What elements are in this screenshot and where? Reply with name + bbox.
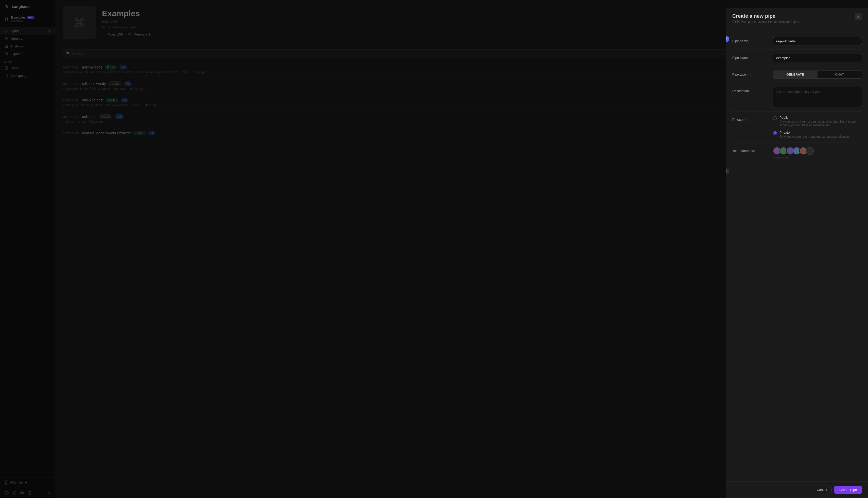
private-radio-button[interactable] <box>773 131 777 135</box>
step-2-indicator: 2 <box>726 36 729 42</box>
privacy-label: Privacy i <box>732 116 773 121</box>
modal-body: 2 Pipe name Pipe owner Pipe type i GENER… <box>726 28 868 481</box>
step-3-area: 3 <box>732 168 862 173</box>
private-radio-label: Private <box>779 131 850 134</box>
privacy-radio-group: Public Anyone on the internet can access… <box>773 116 862 139</box>
privacy-info-icon: i <box>744 118 748 121</box>
public-radio-desc: Anyone on the internet can access this p… <box>779 120 862 127</box>
chat-type-button[interactable]: CHAT <box>817 71 862 78</box>
description-textarea[interactable] <box>773 87 862 107</box>
pipe-owner-label: Pipe owner <box>732 54 773 60</box>
step-3-indicator: 3 <box>726 168 729 174</box>
team-members-row: Team Members + Coming soon <box>732 143 862 163</box>
pipe-type-toggle: GENERATE CHAT <box>773 70 862 79</box>
public-radio-button[interactable] <box>773 116 777 120</box>
pipe-owner-row: Pipe owner <box>732 50 862 66</box>
pipe-name-label: Pipe name <box>732 37 773 43</box>
create-pipe-modal: Create a new pipe PIPE: Prompt Instructi… <box>726 8 868 498</box>
add-member-button[interactable]: + <box>806 147 814 155</box>
description-label: Description <box>732 87 773 93</box>
create-pipe-button[interactable]: Create Pipe <box>834 486 862 494</box>
private-radio-option[interactable]: Private Only you or your org members can… <box>773 131 862 139</box>
pipe-name-input[interactable] <box>773 37 862 45</box>
cancel-button[interactable]: Cancel <box>812 486 832 494</box>
team-members-label: Team Members <box>732 147 773 153</box>
modal-title: Create a new pipe <box>732 13 799 19</box>
private-radio-desc: Only you or your org members can access … <box>779 135 850 139</box>
coming-soon-label: Coming soon <box>773 156 862 159</box>
pipe-type-label: Pipe type i <box>732 70 773 76</box>
step-2-section: 2 Pipe name Pipe owner Pipe type i GENER… <box>732 33 862 163</box>
modal-footer: Cancel Create Pipe <box>726 481 868 498</box>
privacy-row: Privacy i Public Anyone on the internet … <box>732 112 862 143</box>
modal-subtitle: PIPE: Prompt Instructions Personalizatio… <box>732 20 799 24</box>
pipe-owner-input[interactable] <box>773 54 862 62</box>
pipe-type-row: Pipe type i GENERATE CHAT <box>732 66 862 83</box>
pipe-name-row: Pipe name <box>732 33 862 50</box>
modal-header: Create a new pipe PIPE: Prompt Instructi… <box>726 8 868 28</box>
avatars-container: + <box>773 147 862 155</box>
generate-type-button[interactable]: GENERATE <box>773 71 817 78</box>
public-radio-label: Public <box>779 116 862 119</box>
description-row: Description <box>732 83 862 112</box>
public-radio-option[interactable]: Public Anyone on the internet can access… <box>773 116 862 127</box>
modal-close-button[interactable]: ✕ <box>855 13 862 20</box>
pipe-type-info-icon: i <box>747 73 751 76</box>
